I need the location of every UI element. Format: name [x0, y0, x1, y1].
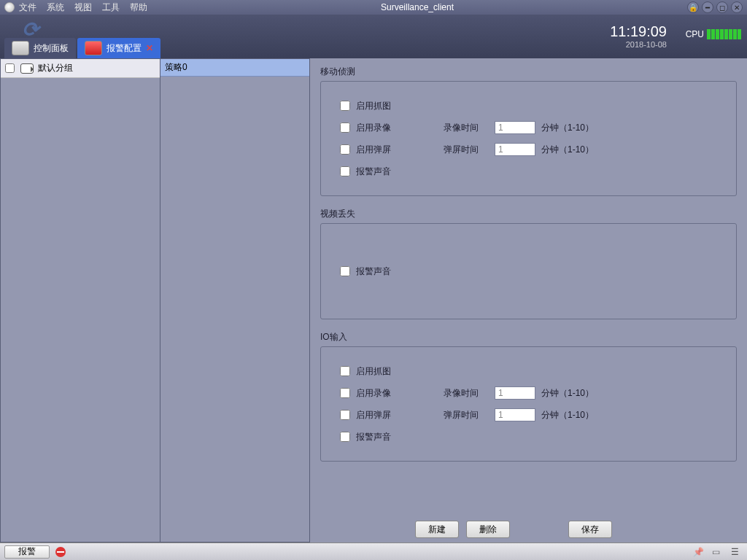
menu-help[interactable]: 帮助 — [130, 1, 147, 14]
camera-icon — [20, 63, 34, 74]
motion-record-time-input[interactable] — [495, 121, 535, 134]
io-record-checkbox[interactable] — [340, 388, 350, 398]
lock-button[interactable]: 🔒 — [687, 1, 699, 13]
tab-label: 控制面板 — [34, 42, 69, 55]
control-panel-icon — [12, 41, 29, 55]
group-motion: 移动侦测 启用抓图 启用录像 录像时间 分钟（1-10） 启用弹屏 弹屏时间 — [320, 66, 737, 196]
videoloss-sound-checkbox[interactable] — [340, 266, 350, 276]
io-popup-time-input[interactable] — [495, 408, 535, 421]
alarm-status-button[interactable]: 报警 — [4, 545, 50, 559]
group-io: IO输入 启用抓图 启用录像 录像时间 分钟（1-10） 启用弹屏 弹屏时间 — [320, 331, 737, 462]
record-time-label: 录像时间 — [444, 387, 495, 400]
tab-label: 报警配置 — [107, 42, 142, 55]
menu-bar: 文件 系统 视图 工具 帮助 — [19, 1, 147, 14]
app-icon — [4, 2, 15, 12]
group-title: IO输入 — [320, 331, 737, 343]
settings-panel: 移动侦测 启用抓图 启用录像 录像时间 分钟（1-10） 启用弹屏 弹屏时间 — [310, 58, 747, 542]
io-capture-label: 启用抓图 — [356, 365, 444, 378]
menu-system[interactable]: 系统 — [47, 1, 64, 14]
group-videoloss: 视频丢失 报警声音 — [320, 208, 737, 319]
cpu-bars-icon — [707, 29, 741, 39]
clock-date: 2018-10-08 — [610, 40, 667, 49]
popup-time-suffix: 分钟（1-10） — [541, 144, 594, 156]
motion-record-checkbox[interactable] — [340, 122, 350, 133]
strategy-panel: 策略0 — [160, 58, 310, 542]
motion-sound-label: 报警声音 — [356, 166, 444, 178]
io-sound-label: 报警声音 — [356, 431, 444, 443]
io-capture-checkbox[interactable] — [340, 366, 350, 376]
io-sound-checkbox[interactable] — [340, 432, 350, 442]
popup-time-label: 弹屏时间 — [444, 409, 495, 421]
videoloss-sound-label: 报警声音 — [356, 265, 444, 278]
io-record-time-input[interactable] — [495, 386, 535, 400]
window-icon[interactable]: ▭ — [712, 547, 724, 557]
save-button[interactable]: 保存 — [568, 521, 612, 538]
group-title: 移动侦测 — [320, 66, 737, 78]
motion-capture-label: 启用抓图 — [356, 100, 444, 112]
delete-button[interactable]: 删除 — [466, 521, 510, 538]
cpu-label: CPU — [686, 29, 704, 39]
group-title: 视频丢失 — [320, 208, 737, 220]
menu-tools[interactable]: 工具 — [102, 1, 120, 14]
window-title: Surveillance_client — [147, 2, 687, 12]
main-body: 默认分组 策略0 移动侦测 启用抓图 启用录像 录像时间 分钟（1-10） — [0, 58, 747, 542]
title-bar: 文件 系统 视图 工具 帮助 Surveillance_client 🔒 ━ ◻… — [0, 0, 747, 15]
strategy-item[interactable]: 策略0 — [160, 59, 309, 77]
close-icon[interactable]: ✕ — [146, 43, 153, 53]
group-box: 启用抓图 启用录像 录像时间 分钟（1-10） 启用弹屏 弹屏时间 分钟（1-1… — [320, 346, 737, 462]
close-button[interactable]: ✕ — [731, 1, 743, 13]
device-tree-panel: 默认分组 — [0, 58, 160, 542]
button-row: 新建 删除 保存 — [320, 521, 737, 538]
record-time-suffix: 分钟（1-10） — [541, 387, 594, 400]
motion-popup-checkbox[interactable] — [340, 144, 350, 155]
group-box: 启用抓图 启用录像 录像时间 分钟（1-10） 启用弹屏 弹屏时间 分钟（1-1… — [320, 81, 737, 196]
popup-time-label: 弹屏时间 — [444, 144, 495, 156]
clock: 11:19:09 2018-10-08 — [610, 23, 667, 49]
popup-time-suffix: 分钟（1-10） — [541, 409, 594, 421]
cpu-meter: CPU — [686, 29, 741, 39]
clock-time: 11:19:09 — [610, 23, 667, 40]
toolbar: ⟳ 控制面板 报警配置 ✕ 11:19:09 2018-10-08 CPU — [0, 15, 747, 58]
status-bar: 报警 📌 ▭ ☰ — [0, 542, 747, 560]
motion-record-label: 启用录像 — [356, 122, 444, 134]
group-box: 报警声音 — [320, 223, 737, 319]
record-time-suffix: 分钟（1-10） — [541, 122, 594, 134]
tree-root-item[interactable]: 默认分组 — [1, 59, 160, 78]
tab-alarm-config[interactable]: 报警配置 ✕ — [77, 38, 160, 58]
motion-popup-label: 启用弹屏 — [356, 144, 444, 156]
new-button[interactable]: 新建 — [415, 521, 459, 538]
io-popup-label: 启用弹屏 — [356, 409, 444, 421]
pin-icon[interactable]: 📌 — [693, 547, 705, 557]
tree-root-label: 默认分组 — [38, 62, 73, 74]
alarm-config-icon — [85, 41, 102, 55]
minimize-button[interactable]: ━ — [702, 1, 713, 13]
alarm-disabled-icon[interactable] — [54, 545, 67, 559]
svg-rect-1 — [57, 551, 64, 553]
maximize-button[interactable]: ◻ — [716, 1, 728, 13]
record-time-label: 录像时间 — [444, 122, 495, 134]
motion-capture-checkbox[interactable] — [340, 101, 350, 111]
menu-view[interactable]: 视图 — [74, 1, 92, 14]
menu-file[interactable]: 文件 — [19, 1, 36, 14]
tab-control-panel[interactable]: 控制面板 — [4, 38, 76, 58]
motion-sound-checkbox[interactable] — [340, 166, 350, 176]
window-buttons: 🔒 ━ ◻ ✕ — [687, 1, 743, 13]
motion-popup-time-input[interactable] — [495, 143, 535, 156]
tab-row: 控制面板 报警配置 ✕ — [4, 38, 162, 58]
io-popup-checkbox[interactable] — [340, 410, 350, 420]
list-icon[interactable]: ☰ — [731, 547, 743, 557]
io-record-label: 启用录像 — [356, 387, 444, 400]
tree-root-checkbox[interactable] — [5, 63, 15, 73]
